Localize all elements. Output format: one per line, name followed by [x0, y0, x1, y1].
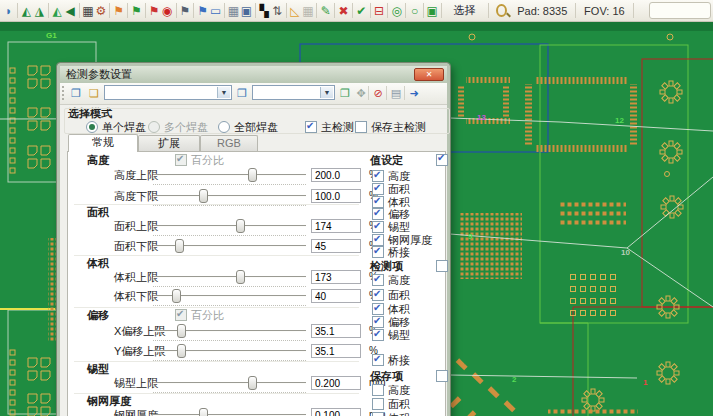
pin-red-icon[interactable]: ⚑ — [148, 2, 161, 20]
checkbox-label: 桥接 — [388, 246, 410, 258]
area-upper-input[interactable] — [311, 219, 361, 233]
slider-thumb[interactable] — [177, 324, 186, 338]
prohibit-icon[interactable]: ⊘ — [370, 85, 386, 101]
save-item-volume[interactable]: 体积 — [372, 412, 410, 416]
horn-icon[interactable]: ◀ — [64, 2, 77, 20]
square-icon[interactable]: ▣ — [426, 2, 439, 20]
circle-icon[interactable]: ○ — [408, 2, 421, 20]
pcb-label-2: 2 — [512, 376, 516, 384]
checkbox-label: 高度 — [388, 274, 410, 286]
volume-upper-slider[interactable] — [153, 270, 306, 285]
angle-b-icon[interactable]: ◮ — [33, 2, 46, 20]
edit-chart-icon[interactable]: ✎ — [319, 2, 332, 20]
detect-item-bridge[interactable]: 桥接 — [372, 354, 410, 367]
radio-single-pad[interactable]: 单个焊盘 — [86, 121, 146, 134]
height-upper-slider[interactable] — [153, 168, 306, 183]
value-set-header-checkbox[interactable] — [436, 154, 452, 166]
chevron-down-icon[interactable]: ▼ — [217, 87, 230, 98]
close-button[interactable]: ✕ — [414, 68, 444, 81]
tab-rgb[interactable]: RGB — [200, 135, 258, 151]
checkbox-label: 桥接 — [388, 354, 410, 366]
save-params-icon[interactable]: ❏ — [86, 85, 102, 101]
separator — [79, 3, 80, 18]
chevron-down-icon[interactable]: ▼ — [320, 87, 333, 98]
slider-thumb[interactable] — [172, 289, 181, 303]
slider-thumb[interactable] — [236, 270, 245, 284]
radio-all-pads[interactable]: 全部焊盘 — [218, 121, 278, 134]
detect-items-header-checkbox[interactable] — [436, 260, 452, 272]
volume-upper-input[interactable] — [311, 270, 361, 284]
slider-thumb[interactable] — [236, 219, 245, 233]
ruler-icon[interactable]: ◺ — [288, 2, 301, 20]
select-button[interactable]: 选择 — [444, 3, 486, 18]
delete-icon[interactable]: ✖ — [337, 2, 350, 20]
slider-thumb[interactable] — [248, 376, 257, 390]
y-offset-upper-input[interactable] — [311, 344, 361, 358]
pcb-label-9: 9 — [468, 233, 472, 241]
exit-icon[interactable]: ➜ — [406, 85, 422, 101]
apply-template2-icon[interactable]: ❐ — [337, 85, 353, 101]
x-offset-upper-input[interactable] — [311, 324, 361, 338]
save-icon[interactable]: ▤ — [388, 85, 404, 101]
slider-thumb[interactable] — [199, 408, 208, 416]
save-item-height[interactable]: 高度 — [372, 384, 410, 397]
confirm-icon[interactable]: ✔ — [355, 2, 368, 20]
separator — [370, 3, 371, 18]
stencil-thickness-slider[interactable] — [153, 408, 306, 416]
stop-icon[interactable]: ⊟ — [372, 2, 385, 20]
slider-thumb[interactable] — [177, 344, 186, 358]
grid-window-icon[interactable]: ▦ — [227, 2, 240, 20]
solder-shape-upper-slider[interactable] — [153, 376, 306, 391]
detect-item-height[interactable]: 高度 — [372, 274, 410, 287]
value-set-item-bridge[interactable]: 桥接 — [372, 246, 410, 259]
y-offset-upper-slider[interactable] — [153, 344, 306, 359]
tools-icon[interactable]: ⚙ — [94, 2, 107, 20]
pin-blue-icon[interactable]: ⚑ — [196, 2, 209, 20]
x-offset-upper-slider[interactable] — [153, 324, 306, 339]
volume-lower-input[interactable] — [311, 289, 361, 303]
area-lower-input[interactable] — [311, 239, 361, 253]
template-combobox-2[interactable]: ▼ — [252, 85, 335, 100]
height-upper-input[interactable] — [311, 168, 361, 182]
save-item-area[interactable]: 面积 — [372, 398, 410, 411]
image-icon[interactable]: ▦ — [81, 2, 94, 20]
nav-partial-icon[interactable]: ◗ — [2, 2, 15, 20]
sort-icon[interactable]: ⇅ — [271, 2, 284, 20]
height-lower-input[interactable] — [311, 189, 361, 203]
apply-template-icon[interactable]: ❐ — [234, 85, 250, 101]
prism-icon[interactable]: ◭ — [51, 2, 64, 20]
angle-a-icon[interactable]: ◭ — [20, 2, 33, 20]
stencil-thickness-input[interactable] — [311, 408, 361, 416]
separator — [316, 3, 317, 18]
area-upper-slider[interactable] — [153, 219, 306, 234]
height-lower-slider[interactable] — [153, 189, 306, 204]
parameters-panel: 高度 百分比 高度上限 % 高度下限 — [67, 151, 446, 416]
load-params-icon[interactable]: ❐ — [68, 85, 84, 101]
tab-general[interactable]: 常规 — [68, 134, 138, 152]
marker-icon[interactable]: ◉ — [161, 2, 174, 20]
area-lower-slider[interactable] — [153, 239, 306, 254]
search-icon[interactable] — [496, 4, 507, 17]
circle-target-icon[interactable]: ◎ — [390, 2, 403, 20]
template-combobox-1[interactable]: ▼ — [104, 85, 232, 100]
slider-track — [153, 225, 306, 227]
slider-thumb[interactable] — [199, 189, 208, 203]
detect-item-solder-shape[interactable]: 锡型 — [372, 329, 410, 342]
save-main-detect-checkbox[interactable]: 保存主检测 — [355, 121, 426, 134]
rect-select-icon[interactable]: ▭ — [209, 2, 222, 20]
solder-shape-upper-input[interactable] — [311, 376, 361, 390]
slider-thumb[interactable] — [175, 239, 184, 253]
tab-extended[interactable]: 扩展 — [138, 135, 200, 151]
camera-icon[interactable]: ▣ — [240, 2, 253, 20]
pin-green-icon[interactable]: ⚑ — [130, 2, 143, 20]
section-title-stencil: 钢网厚度 — [87, 395, 131, 408]
save-items-header-checkbox[interactable] — [436, 370, 452, 382]
main-detect-checkbox[interactable]: 主检测 — [305, 121, 354, 134]
pin-dark-icon[interactable]: ⚑ — [178, 2, 191, 20]
tiles-icon[interactable]: ▚ — [258, 2, 271, 20]
volume-lower-slider[interactable] — [153, 289, 306, 304]
slider-thumb[interactable] — [248, 168, 257, 182]
main-toolbar: ◗ ◭ ◮ ◭ ◀ ▦ ⚙ ⚑ ⚑ ⚑ ◉ ⚑ ⚑ ▭ ▦ ▣ ▚ ⇅ ◺ ▦ … — [0, 0, 713, 22]
pin-orange-icon[interactable]: ⚑ — [112, 2, 125, 20]
dialog-titlebar[interactable]: 检测参数设置 ✕ — [60, 66, 447, 84]
